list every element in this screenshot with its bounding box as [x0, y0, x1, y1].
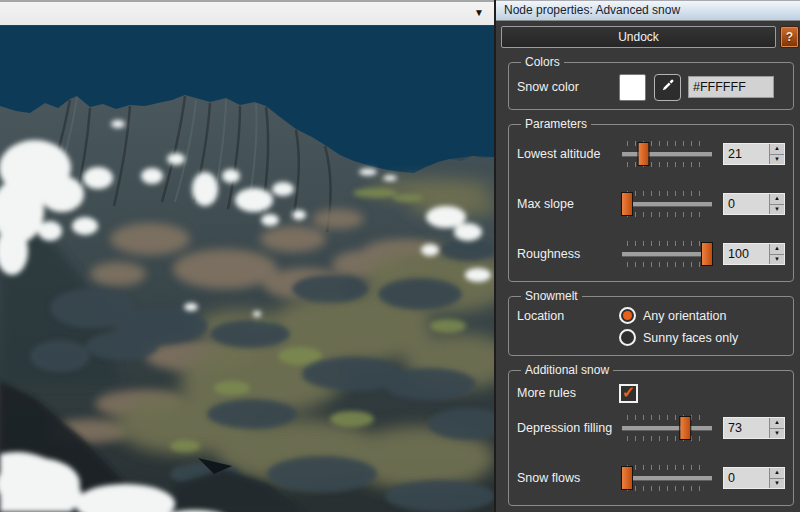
max-slope-label: Max slope: [517, 197, 619, 211]
help-button[interactable]: ?: [780, 26, 799, 48]
spin-down-icon: ▼: [774, 206, 780, 212]
snow-flows-slider[interactable]: [621, 462, 713, 494]
colors-group-legend: Colors: [521, 55, 564, 69]
terrain-viewport[interactable]: ▼: [0, 0, 494, 512]
spin-down-button[interactable]: ▼: [770, 205, 784, 215]
roughness-label: Roughness: [517, 247, 619, 261]
slider-handle[interactable]: [701, 242, 713, 266]
node-properties-panel: Node properties: Advanced snow Undock ? …: [494, 0, 800, 512]
check-icon: ✓: [622, 384, 635, 401]
roughness-value-input[interactable]: 100: [724, 244, 769, 264]
snow-flows-spinbox: 0 ▲ ▼: [723, 467, 785, 489]
additional-snow-group-legend: Additional snow: [521, 363, 613, 377]
slider-track[interactable]: [622, 476, 712, 481]
slider-handle[interactable]: [679, 416, 691, 440]
tick-marks: [627, 415, 707, 420]
tick-marks: [627, 241, 707, 246]
spin-up-icon: ▲: [774, 469, 780, 475]
lowest-altitude-spinbox: 21 ▲ ▼: [723, 143, 785, 165]
snow-flows-value-input[interactable]: 0: [724, 468, 769, 488]
tick-marks: [627, 436, 707, 441]
depression-filling-spinbox: 73 ▲ ▼: [723, 417, 785, 439]
panel-title[interactable]: Node properties: Advanced snow: [496, 0, 800, 21]
spin-down-button[interactable]: ▼: [770, 479, 784, 489]
max-slope-slider[interactable]: [621, 188, 713, 220]
spin-up-button[interactable]: ▲: [770, 468, 784, 479]
chevron-down-icon: ▼: [474, 7, 484, 19]
spin-up-button[interactable]: ▲: [770, 418, 784, 429]
radio-button-icon: [619, 329, 636, 346]
eyedropper-button[interactable]: [654, 74, 681, 101]
lowest-altitude-slider[interactable]: [621, 138, 713, 170]
max-slope-value-input[interactable]: 0: [724, 194, 769, 214]
spin-up-icon: ▲: [774, 145, 780, 151]
tick-marks: [627, 212, 707, 217]
spin-up-button[interactable]: ▲: [770, 144, 784, 155]
eyedropper-icon: [661, 78, 675, 96]
spin-down-button[interactable]: ▼: [770, 429, 784, 439]
parameters-group: Parameters Lowest altitude 21 ▲ ▼ Max sl…: [508, 117, 794, 282]
tick-marks: [627, 191, 707, 196]
slider-handle[interactable]: [638, 142, 650, 166]
spin-up-button[interactable]: ▲: [770, 244, 784, 255]
lowest-altitude-label: Lowest altitude: [517, 147, 619, 161]
slider-track[interactable]: [622, 426, 712, 431]
more-rules-label: More rules: [517, 386, 619, 400]
slider-track[interactable]: [622, 252, 712, 257]
additional-snow-group: Additional snow More rules ✓ Depression …: [508, 363, 794, 506]
roughness-slider[interactable]: [621, 238, 713, 270]
roughness-spinbox: 100 ▲ ▼: [723, 243, 785, 265]
snowmelt-group-legend: Snowmelt: [521, 289, 582, 303]
tick-marks: [627, 465, 707, 470]
depression-filling-slider[interactable]: [621, 412, 713, 444]
spin-down-button[interactable]: ▼: [770, 255, 784, 265]
slider-track[interactable]: [622, 202, 712, 207]
slider-track[interactable]: [622, 152, 712, 157]
radio-sunny-faces-only[interactable]: Sunny faces only: [619, 329, 738, 346]
spin-down-icon: ▼: [774, 256, 780, 262]
radio-button-icon: [619, 307, 636, 324]
undock-button[interactable]: Undock: [501, 26, 776, 48]
snow-color-swatch[interactable]: [619, 74, 646, 101]
snow-color-hex-input[interactable]: #FFFFFF: [688, 76, 774, 98]
parameters-group-legend: Parameters: [521, 117, 591, 131]
spin-up-icon: ▲: [774, 195, 780, 201]
snow-flows-label: Snow flows: [517, 471, 619, 485]
depression-filling-label: Depression filling: [517, 421, 619, 435]
spin-down-button[interactable]: ▼: [770, 155, 784, 165]
location-label: Location: [517, 304, 619, 323]
slider-handle[interactable]: [621, 466, 633, 490]
spin-up-icon: ▲: [774, 245, 780, 251]
tick-marks: [627, 486, 707, 491]
spin-down-icon: ▼: [774, 430, 780, 436]
spin-up-icon: ▲: [774, 419, 780, 425]
snowmelt-group: Snowmelt Location Any orientation Sunny …: [508, 289, 794, 356]
lowest-altitude-value-input[interactable]: 21: [724, 144, 769, 164]
depression-filling-value-input[interactable]: 73: [724, 418, 769, 438]
snow-color-label: Snow color: [517, 80, 619, 94]
spin-up-button[interactable]: ▲: [770, 194, 784, 205]
radio-sunny-faces-only-label: Sunny faces only: [643, 331, 738, 345]
spin-down-icon: ▼: [774, 480, 780, 486]
radio-any-orientation-label: Any orientation: [643, 309, 726, 323]
tick-marks: [627, 262, 707, 267]
viewport-selector-dropdown[interactable]: ▼: [0, 0, 494, 26]
max-slope-spinbox: 0 ▲ ▼: [723, 193, 785, 215]
colors-group: Colors Snow color #FFFFFF: [508, 55, 794, 110]
radio-any-orientation[interactable]: Any orientation: [619, 307, 738, 324]
slider-handle[interactable]: [621, 192, 633, 216]
spin-down-icon: ▼: [774, 156, 780, 162]
more-rules-checkbox[interactable]: ✓: [619, 384, 638, 403]
terrain-render: [0, 26, 494, 512]
